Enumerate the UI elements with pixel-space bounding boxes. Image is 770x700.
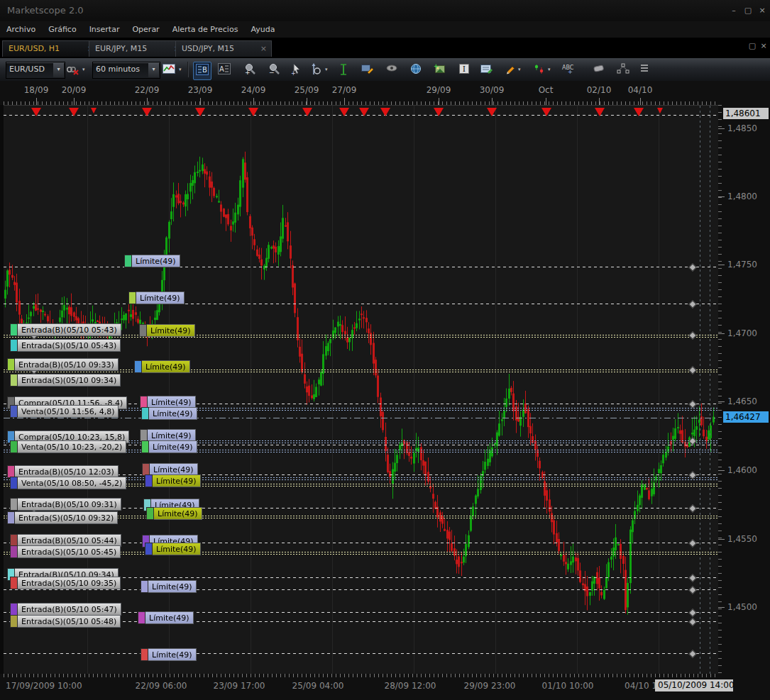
hide-objects-button[interactable] xyxy=(383,62,400,79)
limit-order-label[interactable]: Límite(49) xyxy=(145,474,201,487)
alert-arrow-icon xyxy=(380,108,390,116)
close-icon[interactable]: × xyxy=(757,6,768,16)
chart-plot-area[interactable]: Entrada(B)(05/10 05:43)Entrada(S)(05/10 … xyxy=(4,105,718,675)
order-line[interactable] xyxy=(4,653,718,654)
entry-order-label[interactable]: Entrada(S)(05/10 09:35) xyxy=(10,577,121,589)
limit-order-label[interactable]: Límite(49) xyxy=(141,580,197,593)
eraser-button[interactable] xyxy=(590,62,607,79)
pencil-button[interactable] xyxy=(502,62,519,79)
order-color-bar xyxy=(10,339,18,352)
chevron-down-icon[interactable]: ▾ xyxy=(53,63,64,77)
period-select[interactable]: 60 minutos▾ xyxy=(92,62,160,79)
maximize-icon[interactable]: ▢ xyxy=(742,6,754,16)
pane-close-icon[interactable]: × xyxy=(758,41,769,51)
pane-maximize-icon[interactable]: ▢ xyxy=(747,41,758,51)
price-axis-label: 1,4700 xyxy=(727,328,757,338)
chart-type-caret-icon[interactable]: ▾ xyxy=(179,67,182,72)
tab-close-icon[interactable]: × xyxy=(260,41,267,57)
insert-image-button[interactable]: + xyxy=(431,62,449,79)
menu-item-gráfico[interactable]: Gráfico xyxy=(42,22,83,34)
order-color-bar xyxy=(10,440,18,453)
alert-arrow-icon xyxy=(142,108,152,116)
limit-order-label[interactable]: Límite(49) xyxy=(128,291,185,304)
top-axis-major-tick xyxy=(344,98,345,105)
note-button[interactable] xyxy=(478,62,495,79)
limit-order-label[interactable]: Límite(49) xyxy=(124,255,180,267)
svg-text:+: + xyxy=(434,63,439,70)
entry-order-label[interactable]: Entrada(B)(05/10 05:43) xyxy=(10,323,121,336)
entry-order-label[interactable]: Venta(05/10 11:56, 4,8) xyxy=(10,405,119,418)
text-label-button[interactable]: ABC+ xyxy=(559,62,582,79)
title-bar: Marketscope 2.0 – ▢ × xyxy=(0,0,770,21)
order-line[interactable] xyxy=(4,267,718,267)
measure-button[interactable] xyxy=(307,62,324,79)
limit-order-label[interactable]: Límite(49) xyxy=(141,407,197,420)
order-line[interactable] xyxy=(4,304,718,304)
price-axis-major-tick xyxy=(718,401,725,402)
zoom-out-button[interactable]: − xyxy=(265,62,282,79)
link-broken-button[interactable] xyxy=(64,62,81,79)
entry-order-label[interactable]: Entrada(S)(05/10 09:32) xyxy=(7,511,118,524)
pencil-caret-icon[interactable]: ▾ xyxy=(518,67,521,72)
limit-order-label[interactable]: Límite(49) xyxy=(141,648,197,661)
marker-caret-icon[interactable]: ▾ xyxy=(548,67,551,72)
entry-order-label[interactable]: Entrada(S)(05/10 05:43) xyxy=(10,339,121,352)
chart-type-button[interactable] xyxy=(160,62,177,79)
measure-caret-icon[interactable]: ▾ xyxy=(325,67,328,72)
order-color-bar xyxy=(145,474,153,487)
symbol-select[interactable]: EUR/USD▾ xyxy=(6,62,65,79)
order-line[interactable] xyxy=(4,589,718,590)
entry-order-label[interactable]: Entrada(B)(05/10 09:33) xyxy=(7,358,119,371)
text-tool-button[interactable]: I xyxy=(456,62,473,79)
bottom-axis-label: 28/09 12:00 xyxy=(385,681,436,691)
order-label-text: Venta(05/10 08:50, -45,2) xyxy=(18,477,126,489)
top-axis-major-tick xyxy=(439,98,439,105)
object-manager-button[interactable] xyxy=(615,62,632,79)
bottom-time-axis[interactable]: 17/09/2009 10:0022/09 06:0023/09 17:0025… xyxy=(0,674,770,700)
bid-view-button[interactable]: B xyxy=(193,62,211,80)
price-axis-major-tick xyxy=(718,607,725,608)
top-time-axis[interactable]: 18/0920/0922/0923/0924/0925/0927/0929/09… xyxy=(0,81,770,105)
chevron-down-icon[interactable]: ▾ xyxy=(148,63,159,77)
entry-order-label[interactable]: Entrada(S)(05/10 05:48) xyxy=(10,615,121,628)
limit-order-label[interactable]: Límite(49) xyxy=(141,440,197,453)
entry-order-label[interactable]: Venta(05/10 10:23, -20,2) xyxy=(10,440,126,453)
link-caret-icon[interactable]: ▾ xyxy=(82,67,85,72)
entry-order-label[interactable]: Entrada(S)(05/10 05:45) xyxy=(10,545,121,558)
limit-order-label[interactable]: Límite(49) xyxy=(145,543,201,555)
price-axis-label: 1,4650 xyxy=(727,396,757,406)
entry-order-label[interactable]: Entrada(B)(05/10 09:31) xyxy=(10,498,121,511)
vertical-cursor-button[interactable] xyxy=(335,62,352,79)
tab-usd-jpy[interactable]: USD/JPY, M15× xyxy=(175,40,272,57)
menu-item-operar[interactable]: Operar xyxy=(126,22,165,34)
menu-item-insertar[interactable]: Insertar xyxy=(83,22,126,34)
entry-order-label[interactable]: Venta(05/10 08:50, -45,2) xyxy=(10,477,126,489)
minimize-icon[interactable]: – xyxy=(728,6,739,16)
menu-item-ayuda[interactable]: Ayuda xyxy=(244,22,281,34)
tab-eur-usd[interactable]: EUR/USD, H1× xyxy=(2,40,99,57)
entry-order-label[interactable]: Entrada(B)(05/10 05:47) xyxy=(10,603,121,616)
top-axis-label: 18/09 xyxy=(24,85,49,95)
tab-eur-jpy[interactable]: EUR/JPY, M15× xyxy=(89,40,185,57)
limit-order-label[interactable]: Límite(49) xyxy=(138,611,194,624)
limit-order-label[interactable]: Límite(49) xyxy=(139,324,195,337)
price-axis-label: 1,4600 xyxy=(727,465,757,475)
price-axis[interactable]: 1,48501,48001,47501,47001,46501,46001,45… xyxy=(718,105,770,674)
limit-order-label[interactable]: Límite(49) xyxy=(146,507,202,520)
top-axis-label: 27/09 xyxy=(332,85,357,95)
marker-button[interactable] xyxy=(531,62,548,79)
bottom-axis-label: 22/09 06:00 xyxy=(136,681,187,691)
menu-item-archivo[interactable]: Archivo xyxy=(0,22,42,34)
list-button[interactable] xyxy=(636,62,653,79)
limit-order-label[interactable]: Límite(49) xyxy=(134,360,190,373)
ask-view-button[interactable]: A xyxy=(216,62,233,79)
order-color-bar xyxy=(10,615,18,628)
pointer-button[interactable]: + xyxy=(288,62,305,79)
zoom-in-button[interactable]: + xyxy=(241,62,258,79)
order-line[interactable] xyxy=(4,418,718,418)
web-button[interactable] xyxy=(407,62,424,79)
menu-item-alerta-de-precios[interactable]: Alerta de Precios xyxy=(166,22,245,34)
entry-order-label[interactable]: Entrada(S)(05/10 09:34) xyxy=(10,374,121,387)
svg-text:−: − xyxy=(269,69,275,76)
edit-chart-button[interactable] xyxy=(359,62,376,79)
